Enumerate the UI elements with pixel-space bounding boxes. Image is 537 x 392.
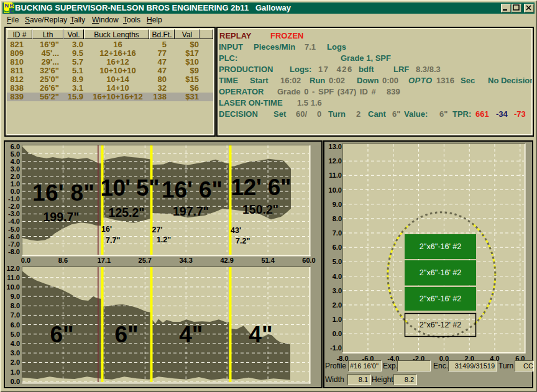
svg-text:10.0: 10.0 xyxy=(329,186,342,194)
svg-text:0.0: 0.0 xyxy=(11,188,20,195)
svg-text:2''x6''-16' #2: 2''x6''-16' #2 xyxy=(420,268,462,277)
svg-text:2''x6''-16' #2: 2''x6''-16' #2 xyxy=(420,242,462,251)
svg-text:1.2": 1.2" xyxy=(157,235,171,244)
svg-text:150.2": 150.2" xyxy=(242,203,278,216)
svg-text:5.0: 5.0 xyxy=(11,150,20,158)
svg-text:10' 5": 10' 5" xyxy=(101,175,160,201)
svg-text:8.6: 8.6 xyxy=(58,257,68,264)
svg-text:2.0: 2.0 xyxy=(11,358,20,366)
svg-text:2''x6''-16' #2: 2''x6''-16' #2 xyxy=(420,294,462,303)
svg-text:7.2": 7.2" xyxy=(236,237,250,245)
svg-text:4.0: 4.0 xyxy=(11,158,20,165)
svg-text:6.0: 6.0 xyxy=(11,143,20,150)
svg-text:-8.0: -8.0 xyxy=(8,248,20,255)
svg-text:-1.0: -1.0 xyxy=(330,344,342,352)
svg-text:-6.0: -6.0 xyxy=(8,233,20,240)
svg-text:12.0: 12.0 xyxy=(7,265,20,272)
svg-text:1.0: 1.0 xyxy=(333,316,342,323)
svg-text:E: E xyxy=(10,8,14,14)
svg-text:7.0: 7.0 xyxy=(11,311,20,319)
svg-text:0.0: 0.0 xyxy=(11,378,20,385)
svg-text:5.0: 5.0 xyxy=(11,330,20,338)
svg-text:2.0: 2.0 xyxy=(333,301,342,309)
svg-text:34.3: 34.3 xyxy=(179,257,192,264)
svg-text:6": 6" xyxy=(50,322,73,347)
svg-text:10.0: 10.0 xyxy=(7,283,20,291)
svg-text:2''x6''-12' #2: 2''x6''-12' #2 xyxy=(420,321,462,329)
svg-text:0.0: 0.0 xyxy=(21,257,30,264)
svg-text:7.7": 7.7" xyxy=(106,236,120,245)
svg-text:16' 6": 16' 6" xyxy=(162,177,223,203)
svg-text:42.9: 42.9 xyxy=(220,257,233,264)
svg-text:125.2": 125.2" xyxy=(109,206,145,219)
svg-text:43': 43' xyxy=(231,226,241,235)
svg-text:51.4: 51.4 xyxy=(261,257,275,264)
svg-text:6": 6" xyxy=(115,322,139,347)
svg-text:17.1: 17.1 xyxy=(98,257,111,264)
svg-text:0.0: 0.0 xyxy=(333,330,342,337)
svg-text:3.0: 3.0 xyxy=(11,349,20,357)
svg-text:9.0: 9.0 xyxy=(11,293,20,300)
svg-text:1.0: 1.0 xyxy=(11,180,20,188)
svg-text:25.7: 25.7 xyxy=(139,257,152,264)
svg-text:8.0: 8.0 xyxy=(333,215,342,222)
svg-text:4.0: 4.0 xyxy=(11,340,20,347)
svg-text:16' 8": 16' 8" xyxy=(32,180,94,206)
svg-text:3.0: 3.0 xyxy=(11,165,20,173)
svg-text:11.0: 11.0 xyxy=(329,171,342,179)
svg-text:6.0: 6.0 xyxy=(333,244,342,251)
svg-text:4.0: 4.0 xyxy=(333,273,342,280)
svg-text:11.0: 11.0 xyxy=(7,274,20,281)
svg-text:60.0: 60.0 xyxy=(302,257,315,264)
svg-text:-5.0: -5.0 xyxy=(8,226,20,233)
svg-text:12.0: 12.0 xyxy=(329,157,342,165)
svg-text:-1.0: -1.0 xyxy=(8,195,20,203)
svg-text:12' 6": 12' 6" xyxy=(231,175,291,200)
svg-text:13.0: 13.0 xyxy=(329,143,342,150)
svg-text:4": 4" xyxy=(179,322,203,347)
svg-text:1.0: 1.0 xyxy=(11,368,20,376)
svg-text:-4.0: -4.0 xyxy=(8,217,20,225)
svg-text:27': 27' xyxy=(152,226,163,234)
svg-text:9.0: 9.0 xyxy=(333,201,342,208)
svg-text:-7.0: -7.0 xyxy=(8,240,20,248)
svg-text:4": 4" xyxy=(249,322,272,347)
svg-text:7.0: 7.0 xyxy=(333,229,342,237)
svg-text:2.0: 2.0 xyxy=(11,173,20,180)
svg-text:-3.0: -3.0 xyxy=(8,210,20,217)
svg-text:8.0: 8.0 xyxy=(11,302,20,309)
svg-text:5.0: 5.0 xyxy=(333,258,342,265)
svg-text:N: N xyxy=(5,2,9,9)
svg-text:-2.0: -2.0 xyxy=(8,203,20,210)
svg-text:6.0: 6.0 xyxy=(11,321,20,329)
svg-text:16': 16' xyxy=(101,225,112,234)
svg-text:197.7": 197.7" xyxy=(173,204,209,218)
svg-text:199.7": 199.7" xyxy=(43,210,79,224)
svg-text:3.0: 3.0 xyxy=(333,287,342,294)
